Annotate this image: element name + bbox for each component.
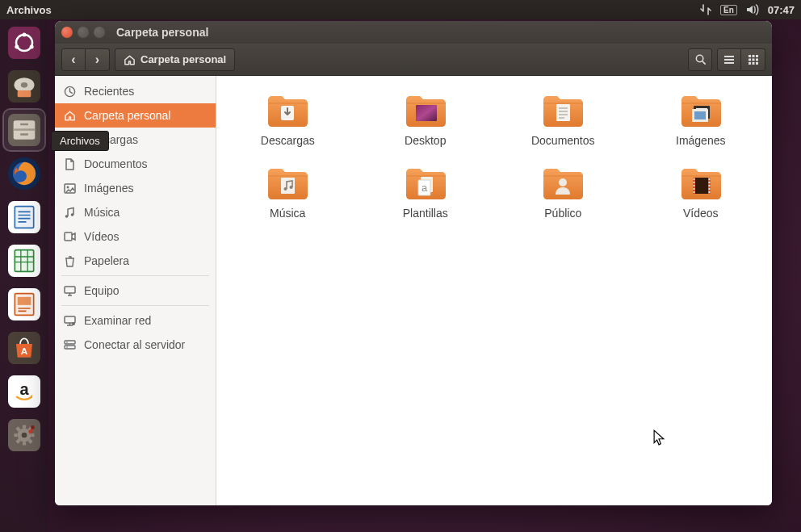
svg-rect-46: [65, 232, 72, 241]
svg-rect-22: [18, 297, 31, 305]
svg-rect-12: [20, 124, 28, 126]
sidebar-item-video[interactable]: Vídeos: [55, 224, 216, 249]
folder-icon: a: [403, 165, 448, 202]
sidebar-item-server[interactable]: Conectar al servidor: [55, 333, 216, 357]
svg-rect-40: [756, 62, 758, 65]
svg-rect-72: [693, 182, 694, 183]
folder-label: Desktop: [405, 134, 446, 147]
sidebar-item-trash[interactable]: Papelera: [55, 249, 216, 273]
launcher-files[interactable]: [4, 110, 44, 150]
folder-templates[interactable]: aPlantillas: [377, 165, 475, 220]
svg-rect-78: [708, 185, 710, 186]
launcher-dash[interactable]: [4, 23, 44, 63]
launcher-settings[interactable]: [4, 415, 44, 455]
svg-rect-0: [8, 27, 40, 59]
folder-label: Documentos: [531, 134, 595, 147]
svg-text:a: a: [421, 182, 428, 194]
svg-point-43: [66, 186, 69, 188]
svg-rect-79: [708, 188, 710, 190]
maximize-button[interactable]: [94, 27, 105, 38]
folder-videos[interactable]: Vídeos: [652, 165, 750, 220]
folder-music[interactable]: Música: [239, 165, 337, 220]
close-button[interactable]: [61, 27, 73, 38]
pathbar[interactable]: Carpeta personal: [115, 48, 235, 71]
folder-icon: [678, 165, 723, 202]
minimize-button[interactable]: [78, 27, 89, 38]
sidebar-item-music[interactable]: Música: [55, 200, 216, 224]
icon-view-button[interactable]: [741, 48, 765, 71]
language-indicator[interactable]: En: [720, 5, 737, 15]
svg-rect-77: [708, 182, 710, 183]
files-window: Carpeta personal ‹ › Carpeta personal Re…: [55, 21, 772, 505]
folder-desktop[interactable]: Desktop: [377, 92, 475, 147]
launcher: Aa: [0, 19, 48, 532]
toolbar: ‹ › Carpeta personal: [55, 44, 772, 76]
sidebar-item-label: Examinar red: [84, 314, 151, 327]
svg-rect-13: [20, 133, 28, 136]
sidebar-item-clock[interactable]: Recientes: [55, 79, 216, 103]
clock-icon: [63, 85, 76, 98]
folder-icon: [540, 165, 585, 202]
launcher-software[interactable]: A: [4, 328, 44, 368]
svg-rect-73: [693, 185, 694, 186]
sidebar-item-doc[interactable]: Documentos: [55, 152, 216, 176]
svg-rect-50: [65, 341, 75, 344]
launcher-calc[interactable]: [4, 241, 44, 281]
launcher-tooltip: Archivos: [51, 131, 109, 151]
sidebar-item-label: Música: [84, 206, 120, 219]
search-button[interactable]: [688, 48, 712, 71]
launcher-writer[interactable]: [4, 197, 44, 237]
folder-label: Descargas: [261, 134, 315, 147]
sidebar-item-label: Recientes: [84, 85, 134, 98]
svg-rect-19: [15, 250, 33, 272]
sidebar-item-image[interactable]: Imágenes: [55, 176, 216, 200]
active-app-label: Archivos: [6, 4, 52, 16]
svg-rect-57: [556, 104, 570, 121]
folder-icon: [265, 92, 310, 129]
content-area[interactable]: DescargasDesktopDocumentosImágenesMúsica…: [216, 76, 772, 505]
folder-label: Plantillas: [403, 207, 448, 220]
forward-button[interactable]: ›: [86, 48, 110, 71]
sidebar-item-label: Documentos: [84, 157, 148, 170]
list-view-button[interactable]: [717, 48, 741, 71]
folder-documents[interactable]: Documentos: [514, 92, 612, 147]
svg-rect-35: [749, 58, 751, 61]
back-button[interactable]: ‹: [61, 48, 86, 71]
svg-rect-37: [756, 58, 758, 61]
svg-rect-74: [693, 188, 694, 190]
sidebar-item-computer[interactable]: Equipo: [55, 279, 216, 303]
network-indicator[interactable]: [699, 4, 712, 15]
launcher-ubiquity[interactable]: [4, 66, 44, 107]
doc-icon: [63, 157, 76, 170]
svg-rect-56: [416, 105, 437, 121]
sidebar-item-label: Papelera: [84, 254, 129, 267]
sound-indicator[interactable]: [745, 4, 760, 15]
folder-images[interactable]: Imágenes: [652, 92, 750, 147]
svg-point-49: [72, 322, 75, 325]
svg-rect-48: [65, 316, 75, 323]
folder-icon: [265, 165, 310, 202]
svg-rect-36: [752, 58, 754, 61]
folder-public[interactable]: Público: [514, 165, 612, 220]
sidebar-item-network[interactable]: Examinar red: [55, 308, 216, 333]
svg-text:a: a: [19, 380, 29, 398]
svg-point-31: [696, 55, 702, 61]
computer-icon: [63, 284, 76, 297]
sidebar-item-home[interactable]: Carpeta personal: [55, 103, 216, 128]
launcher-firefox[interactable]: [4, 153, 44, 194]
image-icon: [63, 182, 76, 195]
svg-point-68: [559, 178, 567, 186]
window-titlebar[interactable]: Carpeta personal: [55, 21, 772, 44]
sidebar-item-label: Vídeos: [84, 230, 120, 243]
svg-point-45: [71, 213, 74, 216]
svg-rect-76: [708, 178, 710, 180]
svg-rect-39: [752, 62, 754, 65]
svg-point-4: [30, 45, 34, 49]
launcher-amazon[interactable]: a: [4, 371, 44, 412]
folder-download[interactable]: Descargas: [239, 92, 337, 147]
path-label: Carpeta personal: [140, 53, 226, 65]
home-icon: [63, 109, 76, 122]
clock-indicator[interactable]: 07:47: [768, 4, 795, 16]
launcher-impress[interactable]: [4, 284, 44, 325]
sidebar-item-label: Conectar al servidor: [84, 338, 185, 351]
